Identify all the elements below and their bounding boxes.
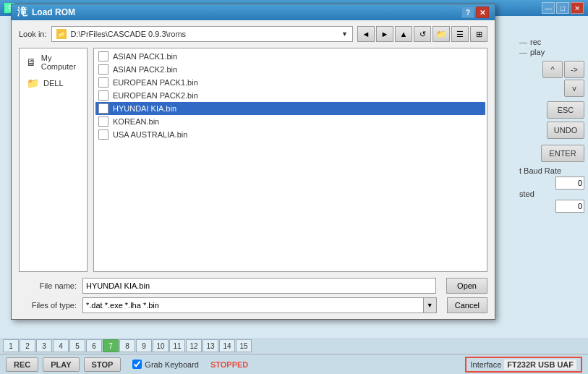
file-name-6: USA AUSTRALIA.bin: [113, 130, 187, 139]
tab-2[interactable]: 2: [20, 339, 35, 352]
tab-4[interactable]: 4: [53, 339, 69, 352]
tab-3[interactable]: 3: [36, 339, 52, 352]
file-icon-3: [98, 90, 108, 101]
tab-9[interactable]: 9: [136, 339, 152, 352]
right-panel: rec play ^ -> v ESC UNDO ENT: [519, 38, 584, 213]
dell-icon: 📁: [25, 77, 40, 90]
cancel-button[interactable]: Cancel: [447, 297, 487, 313]
file-list[interactable]: ASIAN PACK1.bin ASIAN PACK2.bin EUROPEAN…: [93, 48, 487, 272]
lookin-path: D:\PrFiles\CASCADE 0.9.3\roms: [71, 30, 187, 38]
my-computer-place[interactable]: 🖥 My Computer: [22, 51, 84, 73]
baud-value1-row: [519, 177, 584, 190]
grab-keyboard-label: Grab Keyboard: [145, 360, 199, 369]
lookin-dropdown[interactable]: 📁 D:\PrFiles\CASCADE 0.9.3\roms ▼: [51, 26, 353, 42]
filetype-select[interactable]: *.dat *.exe *.lha *.bin: [82, 297, 424, 313]
tab-8[interactable]: 8: [119, 339, 135, 352]
load-rom-dialog: 滝 Load ROM ? ✕ Look in: 📁 D:\PrFiles\CAS…: [11, 4, 495, 320]
dialog-body: Look in: 📁 D:\PrFiles\CASCADE 0.9.3\roms…: [12, 20, 495, 319]
new-folder-button[interactable]: 📁: [433, 26, 450, 42]
tab-7[interactable]: 7: [103, 339, 119, 352]
minimize-button[interactable]: —: [542, 2, 555, 14]
my-computer-label: My Computer: [41, 54, 81, 71]
dialog-title: Load ROM: [32, 7, 75, 17]
file-icon-0: [98, 51, 108, 61]
lookin-label: Look in:: [19, 30, 47, 38]
file-name-5: KOREAN.bin: [113, 117, 159, 126]
tab-11[interactable]: 11: [169, 339, 185, 352]
list-view-button[interactable]: ☰: [451, 26, 469, 42]
filename-label: File name:: [19, 281, 77, 290]
file-icon-1: [98, 64, 108, 75]
computer-icon: 🖥: [25, 56, 38, 69]
filename-input[interactable]: [82, 278, 436, 294]
enter-button[interactable]: ENTER: [541, 145, 584, 162]
rec-indicator: rec: [519, 38, 584, 46]
dialog-main-area: 🖥 My Computer 📁 DELL ASIAN PACK1.bin ASI…: [19, 48, 487, 272]
play-button[interactable]: PLAY: [43, 357, 79, 372]
stop-button[interactable]: STOP: [84, 357, 122, 372]
down-button[interactable]: v: [564, 80, 584, 97]
app-titlebar-buttons: — □ ✕: [542, 2, 584, 14]
interface-label: Interface: [471, 360, 502, 369]
file-item-0[interactable]: ASIAN PACK1.bin: [95, 50, 485, 63]
up-nav-button[interactable]: ▲: [395, 26, 412, 42]
dell-place[interactable]: 📁 DELL: [22, 75, 84, 92]
up-right-row: ^ ->: [542, 61, 584, 78]
back-nav-button[interactable]: ◄: [357, 26, 375, 42]
close-button[interactable]: ✕: [571, 2, 584, 14]
interface-area: Interface FT232R USB UAF: [465, 357, 583, 373]
grab-keyboard-checkbox[interactable]: [132, 360, 142, 369]
file-name-2: EUROPEAN PACK1.bin: [113, 78, 198, 87]
filename-row: File name: Open: [19, 278, 487, 294]
file-item-3[interactable]: EUROPEAN PACK2.bin: [95, 89, 485, 102]
file-name-4: HYUNDAI KIA.bin: [113, 104, 176, 113]
file-item-1[interactable]: ASIAN PACK2.bin: [95, 63, 485, 76]
rec-play-area: rec play: [519, 38, 584, 56]
tab-15[interactable]: 15: [236, 339, 252, 352]
esc-button[interactable]: ESC: [547, 101, 584, 119]
baud-rate-label: t Baud Rate: [519, 166, 584, 175]
tab-12[interactable]: 12: [186, 339, 202, 352]
file-icon-2: [98, 77, 108, 88]
grab-keyboard-area: Grab Keyboard: [132, 360, 199, 369]
dialog-help-button[interactable]: ?: [461, 7, 474, 18]
file-icon-5: [98, 116, 108, 127]
file-item-4[interactable]: HYUNDAI KIA.bin: [95, 102, 485, 115]
dialog-title-icon: 滝: [17, 6, 27, 19]
play-indicator: play: [519, 48, 584, 56]
tab-10[interactable]: 10: [153, 339, 169, 352]
bottom-toolbar: REC PLAY STOP Grab Keyboard STOPPED Inte…: [0, 354, 588, 374]
tab-1[interactable]: 1: [3, 339, 19, 352]
tab-5[interactable]: 5: [69, 339, 85, 352]
open-button[interactable]: Open: [446, 278, 487, 294]
file-item-5[interactable]: KOREAN.bin: [95, 115, 485, 128]
down-row: v: [564, 80, 584, 97]
forward-nav-button[interactable]: ►: [376, 26, 393, 42]
filetype-arrow[interactable]: ▼: [424, 297, 437, 313]
maximize-button[interactable]: □: [556, 2, 569, 14]
filetype-row: Files of type: *.dat *.exe *.lha *.bin ▼…: [19, 297, 487, 313]
file-icon-4: [98, 103, 108, 114]
tab-6[interactable]: 6: [86, 339, 102, 352]
file-item-6[interactable]: USA AUSTRALIA.bin: [95, 128, 485, 141]
up-button[interactable]: ^: [542, 61, 563, 78]
dialog-titlebar: 滝 Load ROM ? ✕: [12, 4, 495, 20]
rec-button[interactable]: REC: [6, 357, 38, 372]
right-arrow-button[interactable]: ->: [564, 61, 584, 78]
file-name-1: ASIAN PACK2.bin: [113, 65, 177, 74]
tab-14[interactable]: 14: [219, 339, 235, 352]
tab-13[interactable]: 13: [203, 339, 218, 352]
refresh-nav-button[interactable]: ↺: [414, 26, 431, 42]
baud-value2-row: [519, 200, 584, 213]
baud-label2: sted: [519, 190, 584, 198]
cancel-col: Cancel: [447, 297, 487, 313]
dialog-titlebar-buttons: ? ✕: [461, 7, 489, 18]
file-item-2[interactable]: EUROPEAN PACK1.bin: [95, 76, 485, 89]
dialog-close-button[interactable]: ✕: [476, 7, 489, 18]
undo-button[interactable]: UNDO: [547, 122, 584, 139]
nav-buttons: ◄ ► ▲ ↺ 📁 ☰ ⊞: [357, 26, 487, 42]
file-icon-6: [98, 129, 108, 140]
baud-value1-input[interactable]: [555, 177, 584, 190]
baud-value2-input[interactable]: [555, 200, 584, 213]
grid-view-button[interactable]: ⊞: [470, 26, 487, 42]
